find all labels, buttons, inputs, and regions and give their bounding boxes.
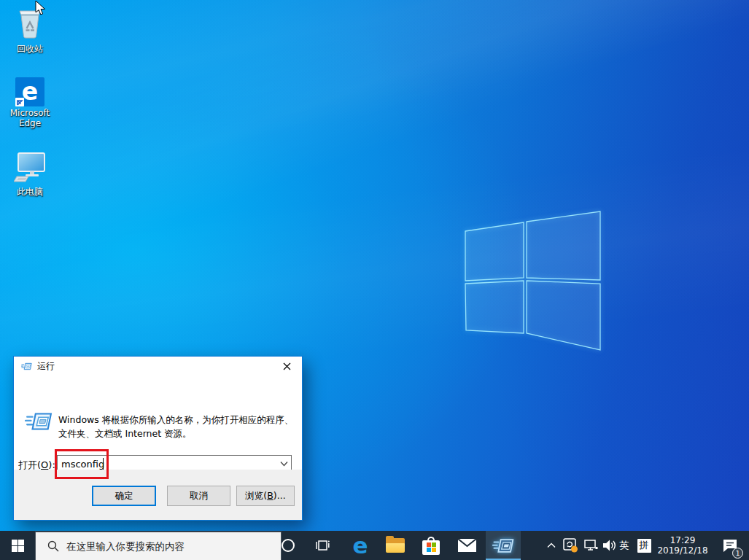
light-beam xyxy=(0,0,749,230)
run-app-icon xyxy=(21,362,32,371)
microsoft-store-button[interactable] xyxy=(416,531,446,560)
close-button[interactable] xyxy=(271,357,302,376)
light-beam xyxy=(0,0,749,336)
dialog-title: 运行 xyxy=(37,360,55,373)
this-pc-icon xyxy=(14,150,46,182)
ime-language-indicator: 英 xyxy=(620,539,629,552)
ime-mode-icon: 拼 xyxy=(637,539,651,553)
file-explorer-icon xyxy=(386,538,405,553)
clock-date: 2019/12/18 xyxy=(657,545,707,556)
update-notification-icon xyxy=(563,538,579,553)
dialog-description: Windows 将根据你所输入的名称，为你打开相应的程序、 文件夹、文档或 In… xyxy=(58,413,293,440)
mouse-cursor xyxy=(35,1,47,17)
tray-clock[interactable]: 17:29 2019/12/18 xyxy=(653,531,712,560)
run-dialog-window: 运行 Windows 将根据你所输入的名称，为你打开相应的程序、 文件夹、文档或… xyxy=(13,356,303,521)
edge-logo-glyph: e xyxy=(22,77,38,106)
file-explorer-button[interactable] xyxy=(381,531,410,560)
taskbar-search-box[interactable] xyxy=(35,532,282,560)
mail-icon xyxy=(458,539,476,552)
desktop-icon-recycle-bin[interactable]: 回收站 xyxy=(1,6,58,54)
task-view-button[interactable] xyxy=(308,531,337,560)
browse-button[interactable]: 浏览(B)... xyxy=(236,486,295,506)
tray-show-hidden-icons-button[interactable] xyxy=(543,531,560,560)
run-dialog-body: Windows 将根据你所输入的名称，为你打开相应的程序、 文件夹、文档或 In… xyxy=(14,376,302,471)
start-button[interactable] xyxy=(0,531,35,560)
chevron-up-icon xyxy=(547,542,556,548)
close-icon xyxy=(283,362,291,370)
ok-button[interactable]: 确定 xyxy=(92,486,156,506)
desktop-icon-edge[interactable]: e Microsoft Edge xyxy=(1,77,58,128)
task-view-icon xyxy=(315,539,330,552)
action-center-button[interactable]: 1 xyxy=(715,531,745,560)
run-dialog-titlebar[interactable]: 运行 xyxy=(14,357,302,376)
windows-desktop: 回收站 e Microsoft Edge 此电脑 xyxy=(0,0,749,560)
windows-start-icon xyxy=(12,540,24,552)
edge-icon: e xyxy=(352,533,368,558)
wired-network-icon xyxy=(583,539,598,552)
notification-badge: 1 xyxy=(732,548,743,559)
cortana-button[interactable] xyxy=(273,531,303,560)
run-dialog-footer: 确定 取消 浏览(B)... xyxy=(14,470,302,520)
mail-button[interactable] xyxy=(452,531,481,560)
tray-network-button[interactable] xyxy=(581,531,600,560)
tray-update-status-button[interactable] xyxy=(562,531,581,560)
run-app-icon xyxy=(25,410,53,433)
run-app-icon xyxy=(492,537,514,555)
cancel-button[interactable]: 取消 xyxy=(167,486,230,506)
tray-ime-language-button[interactable]: 英 xyxy=(616,531,632,560)
taskbar: e xyxy=(0,531,749,560)
tray-ime-mode-button[interactable]: 拼 xyxy=(634,531,654,560)
edge-icon: e xyxy=(15,77,44,106)
cortana-icon xyxy=(281,538,295,553)
clock-time: 17:29 xyxy=(670,535,696,545)
description-line-1: Windows 将根据你所输入的名称，为你打开相应的程序、 xyxy=(58,413,293,427)
desktop-icon-this-pc[interactable]: 此电脑 xyxy=(1,150,58,197)
windows-logo-icon xyxy=(459,204,605,357)
shortcut-arrow-icon xyxy=(15,98,24,106)
desktop-icon-label: 回收站 xyxy=(1,44,58,54)
taskbar-run-app-button[interactable] xyxy=(486,531,521,560)
store-icon xyxy=(422,537,440,555)
speaker-icon xyxy=(602,539,617,552)
search-icon xyxy=(47,540,59,552)
desktop-icon-label: 此电脑 xyxy=(1,187,58,197)
taskbar-edge-button[interactable]: e xyxy=(346,531,375,560)
search-input[interactable] xyxy=(66,540,281,552)
text-caret xyxy=(103,458,104,470)
desktop-icon-label: Microsoft Edge xyxy=(7,108,53,128)
description-line-2: 文件夹、文档或 Internet 资源。 xyxy=(58,427,293,440)
